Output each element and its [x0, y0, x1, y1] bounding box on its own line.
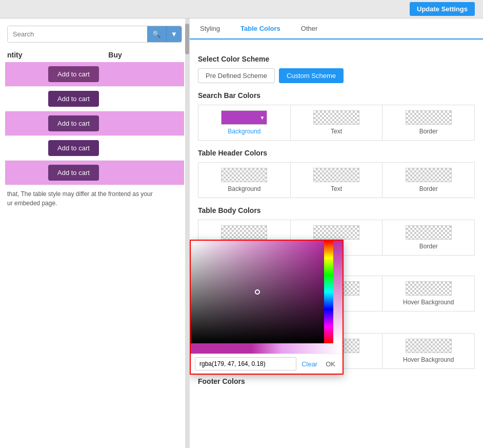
- right-panel: Styling Table Colors Other Select Color …: [190, 18, 483, 448]
- search-border-swatch[interactable]: [406, 110, 452, 125]
- settings-content: Select Color Scheme Pre Defined Scheme C…: [190, 40, 483, 448]
- body-border-swatch[interactable]: [406, 225, 452, 240]
- main-layout: 🔍 ▼ ntity Buy Add to cart Add to cart: [0, 18, 483, 448]
- even-hover-swatch[interactable]: [406, 339, 452, 353]
- body-bg-swatch[interactable]: [221, 225, 267, 240]
- tab-styling[interactable]: Styling: [190, 18, 230, 38]
- select-color-scheme-title: Select Color Scheme: [198, 55, 475, 63]
- picker-gradient[interactable]: [191, 241, 324, 343]
- add-to-cart-button[interactable]: Add to cart: [48, 165, 99, 181]
- buy-header: Buy: [48, 51, 182, 59]
- search-bar-colors-title: Search Bar Colors: [198, 91, 475, 100]
- table-row: Add to cart: [5, 161, 184, 185]
- chevron-down-icon: ▼: [171, 30, 177, 38]
- odd-hover-swatch[interactable]: [406, 281, 452, 296]
- search-bg-label: Background: [228, 128, 260, 135]
- table-row: Add to cart: [5, 111, 184, 136]
- table-row: Add to cart: [5, 87, 184, 111]
- picker-alpha-bar[interactable]: [333, 241, 343, 343]
- scheme-buttons: Pre Defined Scheme Custom Scheme: [198, 68, 475, 83]
- search-icon: 🔍: [152, 30, 161, 38]
- even-hover-label: Hover Background: [403, 356, 454, 363]
- pre-defined-scheme-button[interactable]: Pre Defined Scheme: [198, 68, 275, 83]
- table-body-colors-title: Table Body Colors: [198, 206, 475, 215]
- table-header-swatches: Background Text Border: [198, 162, 475, 198]
- header-text-swatch-cell: Text: [291, 163, 383, 198]
- preview-note: that, The table style may differ at the …: [0, 185, 189, 212]
- color-value-input[interactable]: [195, 357, 296, 371]
- color-picker-popup: Clear OK: [190, 240, 344, 375]
- search-button[interactable]: 🔍: [147, 26, 166, 42]
- scroll-bar[interactable]: [185, 18, 189, 448]
- picker-input-row: Clear OK: [191, 354, 343, 374]
- search-border-swatch-cell: Border: [383, 105, 474, 140]
- picker-main-area: [191, 241, 343, 343]
- search-bg-swatch-cell: ▼ Background: [198, 105, 291, 140]
- table-row: Add to cart: [5, 136, 184, 161]
- table-row: Add to cart: [5, 62, 184, 87]
- picker-cursor: [255, 289, 260, 295]
- search-bar: 🔍 ▼: [7, 26, 182, 43]
- footer-colors-title: Footer Colors: [198, 377, 475, 385]
- update-settings-button[interactable]: Update Settings: [410, 2, 475, 16]
- picker-ok-button[interactable]: OK: [323, 358, 338, 370]
- search-text-swatch-cell: Text: [291, 105, 383, 140]
- header-bg-swatch-cell: Background: [198, 163, 291, 198]
- footer-colors-section: Footer Colors: [198, 377, 475, 385]
- header-bg-swatch[interactable]: [221, 168, 267, 182]
- search-bar-swatches: ▼ Background Text Border: [198, 105, 475, 141]
- table-header-colors-title: Table Header Colors: [198, 149, 475, 157]
- custom-scheme-button[interactable]: Custom Scheme: [279, 68, 344, 83]
- quantity-header: ntity: [7, 51, 48, 59]
- search-dropdown-button[interactable]: ▼: [166, 26, 182, 42]
- search-bg-swatch[interactable]: ▼: [221, 110, 267, 125]
- header-border-swatch[interactable]: [406, 168, 452, 182]
- top-bar: Update Settings: [0, 0, 483, 18]
- picker-slider[interactable]: [191, 343, 343, 354]
- add-to-cart-button[interactable]: Add to cart: [48, 115, 99, 131]
- even-hover-swatch-cell: Hover Background: [383, 334, 474, 368]
- add-to-cart-button[interactable]: Add to cart: [48, 140, 99, 156]
- table-header: ntity Buy: [5, 48, 184, 62]
- add-to-cart-button[interactable]: Add to cart: [48, 91, 99, 107]
- scroll-thumb[interactable]: [185, 24, 189, 54]
- search-text-label: Text: [331, 128, 342, 135]
- odd-hover-label: Hover Background: [403, 299, 454, 306]
- search-border-label: Border: [419, 128, 438, 135]
- header-border-label: Border: [419, 185, 438, 192]
- search-input[interactable]: [8, 26, 147, 42]
- odd-hover-swatch-cell: Hover Background: [383, 276, 474, 311]
- table-header-colors-section: Table Header Colors Background Text Bord…: [198, 149, 475, 198]
- header-text-label: Text: [331, 185, 342, 192]
- body-border-swatch-cell: Border: [383, 220, 474, 255]
- body-border-label: Border: [419, 243, 438, 250]
- picker-hue-bar[interactable]: [324, 241, 333, 343]
- picker-clear-button[interactable]: Clear: [298, 358, 320, 370]
- left-panel: 🔍 ▼ ntity Buy Add to cart Add to cart: [0, 18, 190, 448]
- chevron-icon: ▼: [259, 115, 265, 121]
- body-text-swatch[interactable]: [313, 225, 359, 240]
- table-preview: ntity Buy Add to cart Add to cart Add to…: [0, 48, 189, 185]
- header-bg-label: Background: [228, 185, 260, 192]
- header-border-swatch-cell: Border: [383, 163, 474, 198]
- tab-other[interactable]: Other: [291, 18, 328, 38]
- header-text-swatch[interactable]: [313, 168, 359, 182]
- search-text-swatch[interactable]: [313, 110, 359, 125]
- search-bar-colors-section: Search Bar Colors ▼ Background Text: [198, 91, 475, 141]
- tab-table-colors[interactable]: Table Colors: [230, 18, 291, 40]
- add-to-cart-button[interactable]: Add to cart: [48, 66, 99, 82]
- tabs: Styling Table Colors Other: [190, 18, 483, 40]
